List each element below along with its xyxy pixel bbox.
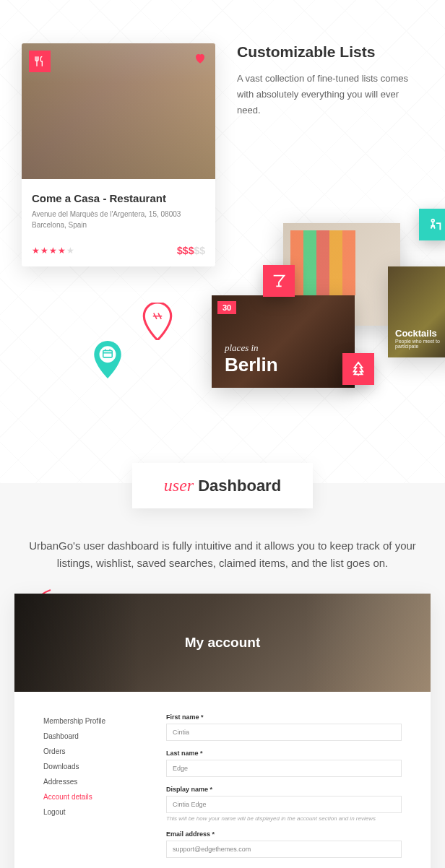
account-panel: My account Membership ProfileDashboardOr… <box>14 594 431 868</box>
display-name-input[interactable] <box>166 796 402 813</box>
cocktails-tile[interactable]: Cocktails People who meet to participate <box>388 266 445 357</box>
svg-point-3 <box>431 220 434 222</box>
desk-icon[interactable] <box>419 209 445 240</box>
cocktails-title: Cocktails <box>395 328 445 339</box>
hero-title: Customizable Lists <box>237 43 423 61</box>
email-label: Email address * <box>166 830 402 838</box>
sidebar-item-account-details[interactable]: Account details <box>43 789 130 804</box>
sidebar-item-orders[interactable]: Orders <box>43 744 130 759</box>
hero-section: Come a Casa - Restaurant Avenue del Marq… <box>0 0 445 483</box>
berlin-tile[interactable]: 30 places in Berlin <box>212 295 355 388</box>
account-hero: My account <box>14 594 431 692</box>
cocktail-icon[interactable] <box>263 265 295 297</box>
account-title: My account <box>185 635 261 651</box>
hero-text: Customizable Lists A vast collection of … <box>237 43 423 118</box>
account-sidebar: Membership ProfileDashboardOrdersDownloa… <box>43 713 130 868</box>
email-input[interactable] <box>166 841 402 858</box>
svg-point-1 <box>100 346 116 363</box>
berlin-script: places in <box>225 342 278 354</box>
heart-icon[interactable] <box>194 52 207 68</box>
hero-description: A vast collection of fine-tuned lists co… <box>237 71 423 118</box>
first-name-input[interactable] <box>166 724 402 741</box>
cocktails-subtitle: People who meet to participate <box>395 339 445 349</box>
dashboard-title: userDashboard <box>132 463 313 508</box>
map-pin-teal-icon[interactable] <box>92 341 123 378</box>
display-name-hint: This will be how your name will be displ… <box>166 815 402 822</box>
image-collage: articipate Cocktails People who meet to … <box>22 223 423 425</box>
display-name-label: Display name * <box>166 786 402 793</box>
listing-address-1: Avenue del Marquès de l'Argentera, 15, 0… <box>32 209 205 220</box>
first-name-label: First name * <box>166 713 402 721</box>
sidebar-item-dashboard[interactable]: Dashboard <box>43 729 130 744</box>
berlin-city: Berlin <box>225 354 278 376</box>
utensils-icon <box>29 51 51 72</box>
dashboard-title-wrap: userDashboard <box>0 463 445 508</box>
listing-title: Come a Casa - Restaurant <box>32 192 205 204</box>
last-name-input[interactable] <box>166 760 402 777</box>
berlin-count: 30 <box>217 301 236 314</box>
map-pin-red-icon[interactable] <box>142 303 173 340</box>
sidebar-item-logout[interactable]: Logout <box>43 804 130 820</box>
dashboard-description: UrbanGo's user dashboard is fully intuit… <box>0 508 445 594</box>
sidebar-item-membership-profile[interactable]: Membership Profile <box>43 713 130 729</box>
tree-icon[interactable] <box>342 353 374 385</box>
sidebar-item-downloads[interactable]: Downloads <box>43 759 130 774</box>
listing-image <box>22 43 215 179</box>
sidebar-item-addresses[interactable]: Addresses <box>43 774 130 789</box>
account-form: First name * Last name * Display name * … <box>166 713 402 868</box>
last-name-label: Last name * <box>166 750 402 757</box>
